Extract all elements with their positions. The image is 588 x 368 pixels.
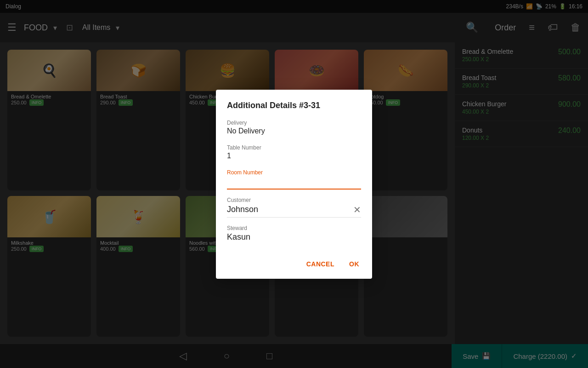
modal-title: Additional Details #3-31 — [227, 101, 361, 110]
delivery-value: No Delivery — [227, 127, 361, 137]
modal-actions: CANCEL OK — [227, 253, 361, 271]
modal-dialog: Additional Details #3-31 Delivery No Del… — [216, 90, 372, 279]
customer-row: Johnson ✕ — [227, 204, 361, 218]
cancel-button[interactable]: CANCEL — [305, 257, 336, 271]
table-number-value: 1 — [227, 152, 361, 162]
steward-label: Steward — [227, 225, 361, 231]
customer-clear-icon[interactable]: ✕ — [353, 204, 361, 215]
steward-value: Kasun — [227, 232, 361, 242]
room-number-label: Room Number — [227, 169, 361, 176]
room-number-input[interactable] — [227, 177, 361, 190]
modal-overlay: Additional Details #3-31 Delivery No Del… — [0, 0, 588, 368]
customer-label: Customer — [227, 197, 361, 203]
customer-value: Johnson — [227, 205, 258, 214]
delivery-label: Delivery — [227, 120, 361, 126]
table-number-label: Table Number — [227, 144, 361, 151]
ok-button[interactable]: OK — [347, 257, 361, 271]
